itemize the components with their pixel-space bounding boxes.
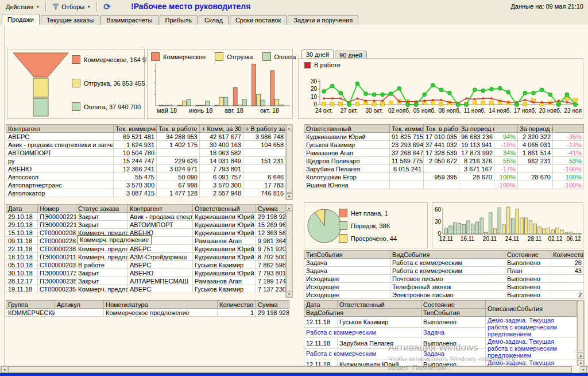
column-header[interactable]: Номенклатура [104, 301, 218, 309]
column-header[interactable]: Контрагент [6, 125, 114, 133]
table-row[interactable]: ИсходящееЭлектронное письмоВыполнено2 [304, 291, 584, 299]
table-row[interactable]: 29.10.18ПЭ000002215ЗакрытАВТОИМПОРТКуджи… [6, 221, 286, 229]
table-cell[interactable]: 3 024 971 [157, 165, 200, 173]
table-cell[interactable]: 1 624 931 [114, 141, 157, 149]
table-row[interactable]: КОММЕРЧЕСКИЕ...Коммерческое предложение1… [6, 309, 289, 317]
column-header[interactable]: Тек. в работе [424, 125, 459, 133]
table-cell[interactable]: АВЕРС [6, 133, 114, 141]
column-header[interactable]: Ответственный [193, 205, 256, 213]
column-header[interactable]: ВидСобытия [390, 251, 505, 259]
table-row[interactable]: ИсходящееТелефонный звонокВыполнено [304, 283, 584, 291]
table-cell[interactable]: Гуськов Казимир [304, 141, 390, 149]
table-row[interactable]: ЗадачаРабота с коммерческимПлан43 [304, 267, 584, 275]
table-cell[interactable]: СТ000002086 [38, 229, 76, 237]
table-cell[interactable]: Коммерч. предлож... [76, 285, 128, 293]
table-cell[interactable]: В работе [76, 261, 128, 269]
table-cell[interactable]: Куджиашвили Юрий [193, 213, 256, 221]
table-cell[interactable]: АВЕРС [128, 245, 193, 253]
table-cell[interactable]: АЛТАРЕМПЕСМАШ [128, 277, 193, 285]
filters-button[interactable]: Отборы ▼ [49, 1, 94, 12]
table-cell[interactable]: Выполнено [421, 317, 486, 328]
table-cell[interactable]: 22.11.18 [6, 245, 38, 253]
table-row[interactable]: Яшина Юнона-100%-100% [304, 181, 584, 189]
contractors-scrollbar[interactable]: ▲▼ [285, 124, 293, 200]
events-detail-scrollbar[interactable]: ▲▼ [577, 300, 585, 367]
table-cell[interactable]: СТ000002280 [38, 237, 76, 245]
horizontal-scrollbar[interactable]: ◄► [0, 366, 588, 373]
scroll-up-button[interactable]: ▲ [286, 125, 292, 131]
table-cell[interactable]: СТ000002355 [38, 285, 76, 293]
table-cell[interactable]: 100% [494, 173, 518, 181]
table-cell[interactable]: 4 065 031 [518, 141, 553, 149]
main-tab-6[interactable]: Задачи и поручения [288, 15, 358, 25]
table-cell[interactable]: 959 395 [424, 173, 459, 181]
table-cell[interactable]: 2 320 322 [518, 133, 553, 141]
table-cell[interactable]: Выполнено [505, 283, 551, 291]
table-cell[interactable]: 05.10.18 [6, 261, 38, 269]
scroll-thumb[interactable] [8, 366, 572, 373]
table-cell[interactable]: -100% [494, 181, 518, 189]
table-cell[interactable]: 29 198 928 [256, 309, 289, 317]
table-cell[interactable]: -100% [553, 181, 584, 189]
table-cell[interactable]: 19 113 941 [459, 141, 494, 149]
table-cell[interactable]: 29 198 928 [256, 213, 286, 221]
column-header[interactable]: Количество [551, 251, 584, 259]
table-cell[interactable]: 50 090 [157, 173, 200, 181]
column-header[interactable]: + В работу за 30... [243, 125, 286, 133]
table-cell[interactable] [390, 173, 424, 181]
table-row[interactable]: Автопартнертранс3 570 30067 9983 570 300… [6, 181, 286, 189]
table-cell[interactable]: Рамазанов Агап [193, 237, 256, 245]
column-header[interactable]: ОписаниеСобытия [486, 301, 577, 317]
table-cell[interactable]: Коммерческое предложение [104, 309, 218, 317]
table-cell[interactable]: Выполнено [421, 338, 486, 349]
table-cell[interactable]: 19.11.18 [6, 285, 38, 293]
column-header[interactable]: Номер [38, 205, 76, 213]
table-cell[interactable] [157, 149, 200, 157]
table-row[interactable]: 22.11.18СТ000002388Коммерч. предлож...АВ… [6, 245, 286, 253]
table-cell[interactable]: 2 050 672 [424, 157, 459, 165]
scroll-up-button[interactable]: ▲ [578, 352, 584, 359]
table-cell[interactable]: 104 658 [243, 141, 286, 149]
table-cell[interactable]: ПЭ000002214 [38, 213, 76, 221]
table-row[interactable]: АВЕНЮ12 366 2413 024 9717 793 801 [6, 165, 286, 173]
table-cell[interactable]: 11 569 775 [390, 157, 424, 165]
table-cell[interactable]: 6 091 757 [200, 173, 243, 181]
table-cell[interactable]: Коммерч. предлож... [76, 245, 128, 253]
table-cell[interactable]: 7 862 598 [256, 261, 286, 269]
table-cell[interactable]: ру [6, 157, 114, 165]
table-row[interactable]: 19.11.18СТ000002355Коммерч. предлож...АВ… [6, 285, 286, 293]
table-cell[interactable]: Исходящее [304, 275, 390, 283]
table-cell[interactable]: Работа с коммерческим [304, 327, 421, 338]
table-cell[interactable]: 8 702 500 [256, 253, 286, 261]
table-cell[interactable]: Авик - продажа спецтехн... [128, 213, 193, 221]
table-cell[interactable]: 28.12.17 [6, 277, 38, 285]
table-cell[interactable]: 91 825 715 [390, 133, 424, 141]
table-cell[interactable]: 55 475 [114, 173, 157, 181]
table-row[interactable]: 05.10.18СТ000002035В работеАВЕРСГуськов … [6, 261, 286, 269]
table-cell[interactable]: 14 031 849 [200, 157, 243, 165]
column-header[interactable]: Группа [6, 301, 55, 309]
table-cell[interactable]: Работа с коммерческим [304, 348, 421, 359]
table-cell[interactable]: Телефонный звонок [390, 283, 505, 291]
table-cell[interactable]: 100% [553, 173, 584, 181]
table-cell[interactable]: Коммерч. предлож... [76, 253, 128, 261]
table-cell[interactable]: Закрыт [76, 277, 128, 285]
scroll-down-button[interactable]: ▼ [286, 193, 292, 199]
table-cell[interactable]: 17 783 [243, 181, 286, 189]
table-row[interactable]: ЗадачаРабота с коммерческимВыполнено26 [304, 259, 584, 267]
table-cell[interactable]: Колотушкин Егор [304, 173, 390, 181]
scroll-thumb[interactable] [286, 212, 292, 290]
table-cell[interactable]: 6 646 [243, 173, 286, 181]
main-tab-1[interactable]: Текущие заказы [41, 15, 99, 25]
table-cell[interactable]: 7 137 230 [256, 285, 286, 293]
table-row[interactable]: Автолокатор3 087 4151 477 1282 557 94874… [6, 189, 286, 197]
table-cell[interactable]: 55% [494, 157, 518, 165]
table-cell[interactable]: Рамазанов Агап [304, 149, 390, 157]
table-cell[interactable]: 28 670 [518, 173, 553, 181]
table-cell[interactable]: 10 504 780 [114, 149, 157, 157]
table-cell[interactable]: 15 244 747 [114, 157, 157, 165]
table-cell[interactable]: ПЭ000002119 [38, 253, 76, 261]
table-cell[interactable]: Закрыт [76, 213, 128, 221]
table-cell[interactable]: ПЭ000002354 [38, 277, 76, 285]
table-cell[interactable]: 17 010 035 [424, 133, 459, 141]
